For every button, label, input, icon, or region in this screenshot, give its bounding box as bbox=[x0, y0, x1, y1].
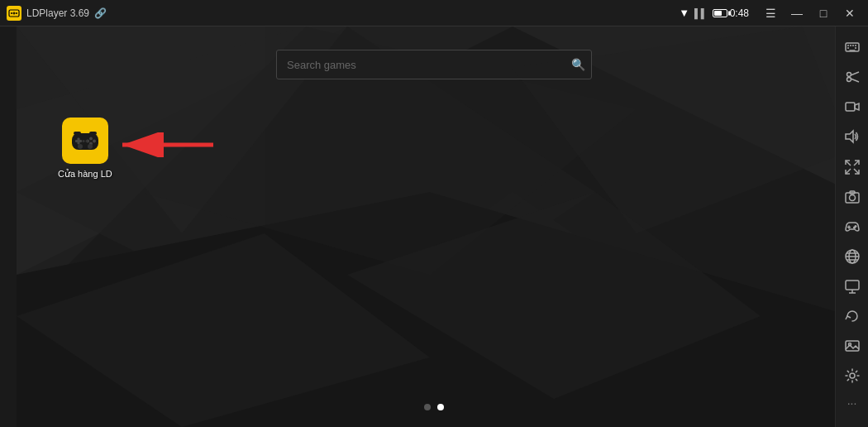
battery-icon bbox=[713, 9, 727, 17]
svg-point-25 bbox=[82, 140, 84, 142]
titlebar-right: ▼ ▌▌ 0:48 ☰ — □ ✕ bbox=[679, 2, 861, 25]
app-logo bbox=[7, 6, 21, 21]
search-input-wrapper: 🔍 bbox=[276, 50, 592, 79]
svg-point-58 bbox=[853, 227, 855, 228]
app-icon-label: Cửa hàng LD bbox=[58, 169, 112, 180]
search-icon[interactable]: 🔍 bbox=[571, 58, 585, 71]
signal-icon: ▌▌ bbox=[694, 8, 708, 18]
search-input[interactable] bbox=[276, 50, 592, 79]
keyboard-icon[interactable] bbox=[837, 33, 867, 61]
search-bar: 🔍 bbox=[276, 50, 592, 79]
more-dots: ··· bbox=[847, 396, 857, 410]
svg-point-69 bbox=[850, 373, 855, 378]
right-sidebar: ··· bbox=[835, 26, 868, 427]
gamepad-svg bbox=[69, 125, 101, 156]
background bbox=[0, 26, 868, 427]
link-icon[interactable]: 🔗 bbox=[94, 7, 107, 19]
battery-status: 0:48 bbox=[713, 7, 749, 19]
more-button[interactable]: ··· bbox=[837, 392, 867, 421]
battery-fill bbox=[714, 11, 723, 16]
svg-point-42 bbox=[847, 78, 851, 82]
app-title: LDPlayer 3.69 bbox=[26, 7, 89, 19]
svg-rect-20 bbox=[77, 138, 79, 145]
network-icon[interactable] bbox=[837, 242, 867, 271]
maximize-button[interactable]: □ bbox=[812, 2, 835, 25]
svg-rect-67 bbox=[846, 341, 859, 351]
svg-point-28 bbox=[88, 144, 93, 149]
time-display: 0:48 bbox=[730, 7, 749, 19]
svg-rect-29 bbox=[74, 132, 81, 135]
svg-rect-64 bbox=[846, 281, 859, 290]
svg-point-21 bbox=[89, 137, 93, 141]
svg-line-48 bbox=[846, 161, 851, 166]
svg-point-53 bbox=[849, 194, 855, 200]
wifi-icon: ▼ bbox=[679, 7, 689, 19]
page-dot-2[interactable] bbox=[437, 404, 444, 410]
titlebar-left: LDPlayer 3.69 🔗 bbox=[7, 6, 107, 21]
scissors-icon[interactable] bbox=[837, 63, 867, 91]
svg-point-1 bbox=[11, 12, 12, 14]
svg-line-44 bbox=[851, 79, 859, 82]
gamepad-sidebar-icon[interactable] bbox=[837, 213, 867, 241]
page-dots bbox=[424, 404, 444, 410]
display-icon[interactable] bbox=[837, 272, 867, 300]
status-bar: ▼ ▌▌ 0:48 bbox=[679, 7, 749, 19]
titlebar: LDPlayer 3.69 🔗 ▼ ▌▌ 0:48 ☰ — □ ✕ bbox=[0, 0, 868, 26]
red-arrow bbox=[114, 132, 213, 157]
menu-button[interactable]: ☰ bbox=[759, 2, 782, 25]
svg-rect-45 bbox=[846, 103, 855, 111]
close-button[interactable]: ✕ bbox=[838, 2, 861, 25]
svg-line-49 bbox=[854, 161, 859, 166]
screenshot-icon[interactable] bbox=[837, 183, 867, 211]
minimize-button[interactable]: — bbox=[785, 2, 808, 25]
svg-point-26 bbox=[85, 140, 88, 142]
app-icon-image bbox=[62, 118, 108, 164]
svg-marker-47 bbox=[846, 131, 853, 142]
svg-point-41 bbox=[847, 73, 851, 77]
bg-svg bbox=[0, 26, 868, 427]
sync-icon[interactable] bbox=[837, 302, 867, 330]
svg-rect-4 bbox=[13, 12, 16, 13]
svg-point-2 bbox=[16, 12, 17, 14]
svg-line-51 bbox=[846, 169, 851, 174]
main-content: 🔍 bbox=[0, 26, 868, 427]
svg-line-50 bbox=[854, 169, 859, 174]
video-icon[interactable] bbox=[837, 93, 867, 121]
svg-point-22 bbox=[93, 140, 96, 143]
app-icon-cua-hang-ld[interactable]: Cửa hàng LD bbox=[58, 118, 112, 180]
svg-marker-46 bbox=[855, 103, 859, 110]
photo-icon[interactable] bbox=[837, 332, 867, 360]
volume-icon[interactable] bbox=[837, 122, 867, 151]
svg-point-27 bbox=[78, 144, 83, 149]
svg-rect-30 bbox=[89, 132, 97, 135]
fullscreen-icon[interactable] bbox=[837, 153, 867, 181]
svg-line-43 bbox=[851, 72, 859, 75]
settings-icon[interactable] bbox=[837, 362, 867, 390]
page-dot-1[interactable] bbox=[424, 404, 431, 410]
